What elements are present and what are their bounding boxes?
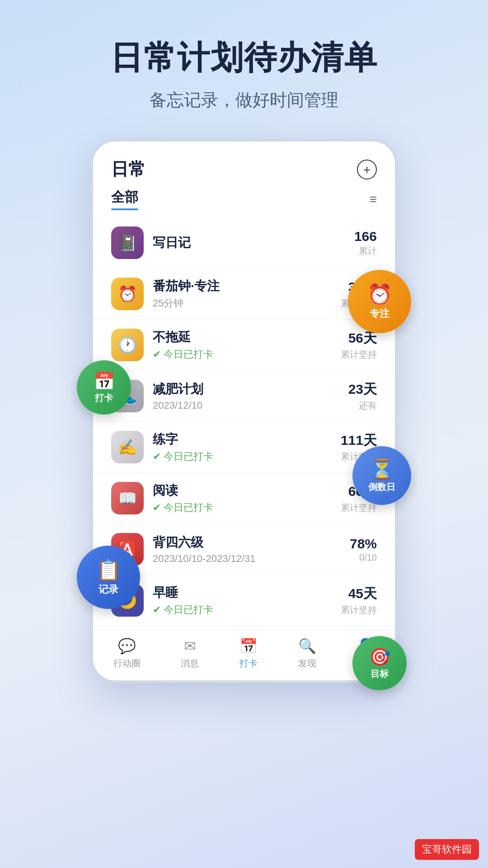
nav-label-0: 行动圈: [113, 657, 141, 670]
task-name-nodelay: 不拖延: [153, 329, 341, 346]
task-name-vocab: 背四六级: [153, 534, 350, 551]
task-name-reading: 阅读: [153, 482, 341, 499]
task-icon-diary: 📓: [111, 226, 144, 259]
task-item-diet[interactable]: 👟 减肥计划 2023/12/10 23天 还有: [93, 371, 395, 422]
task-name-calligraphy: 练字: [153, 431, 341, 448]
task-item-calligraphy[interactable]: ✍️ 练字 今日已打卡 111天 累计坚持: [93, 422, 395, 473]
task-name-tomato: 番茄钟·专注: [153, 278, 341, 295]
task-stat-num-calligraphy: 111天: [341, 431, 377, 450]
task-info-sleep: 早睡 今日已打卡: [153, 584, 341, 617]
task-sub-diet: 2023/12/10: [153, 400, 348, 411]
nav-icon-3: 🔍: [298, 637, 316, 655]
task-icon-tomato: ⏰: [111, 278, 144, 310]
task-stat-diary: 166 累计: [354, 229, 377, 257]
add-button[interactable]: ＋: [357, 160, 377, 179]
task-info-diet: 减肥计划 2023/12/10: [153, 381, 348, 411]
task-stat-num-diet: 23天: [348, 380, 377, 399]
task-sub-sleep: 今日已打卡: [153, 603, 341, 617]
hero-title: 日常计划待办清单: [0, 0, 488, 80]
countdown-icon: ⏳: [370, 458, 394, 480]
phone-wrapper: ⏰ 专注 📅 打卡 ⏳ 倒数日 📋 记录 🎯 目标 日常 ＋ 全部 ≡ 📓: [90, 139, 398, 683]
task-sub-vocab: 2023/10/10-2023/12/31: [153, 553, 350, 565]
nav-label-1: 消息: [181, 657, 199, 670]
task-info-tomato: 番茄钟·专注 25分钟: [153, 278, 341, 310]
nav-item-0[interactable]: 💬 行动圈: [113, 637, 141, 670]
task-stat-label-diet: 还有: [348, 400, 377, 412]
task-info-calligraphy: 练字 今日已打卡: [153, 431, 341, 463]
task-stat-label-reading: 累计坚持: [341, 502, 377, 514]
record-icon: 📋: [96, 558, 121, 582]
task-item-diary[interactable]: 📓 写日记 166 累计: [93, 217, 395, 269]
task-stat-label-vocab: 0/10: [350, 552, 377, 563]
app-header-title: 日常: [111, 158, 145, 181]
checkin-icon: 📅: [94, 371, 115, 391]
task-stat-label-sleep: 累计坚持: [341, 604, 377, 616]
nav-item-2[interactable]: 📅 打卡: [239, 637, 258, 670]
task-info-vocab: 背四六级 2023/10/10-2023/12/31: [153, 534, 350, 565]
task-stat-sleep: 45天 累计坚持: [341, 585, 377, 616]
nav-label-3: 发现: [298, 657, 316, 670]
task-info-reading: 阅读 今日已打卡: [153, 482, 341, 514]
nav-icon-1: ✉: [184, 637, 196, 655]
countdown-label: 倒数日: [368, 481, 395, 493]
task-item-reading[interactable]: 📖 阅读 今日已打卡 66天 累计坚持: [93, 473, 395, 524]
focus-label: 专注: [370, 307, 389, 321]
hero-section: 日常计划待办清单 备忘记录，做好时间管理: [0, 0, 488, 112]
task-stat-num-vocab: 78%: [350, 536, 377, 552]
hero-subtitle: 备忘记录，做好时间管理: [0, 89, 488, 112]
task-icon-calligraphy: ✍️: [111, 431, 144, 463]
task-stat-label-nodelay: 累计坚持: [341, 349, 377, 361]
task-sub-calligraphy: 今日已打卡: [153, 450, 341, 463]
task-stat-vocab: 78% 0/10: [350, 536, 377, 563]
checkin-label: 打卡: [95, 392, 113, 404]
nav-icon-2: 📅: [239, 637, 258, 655]
task-icon-reading: 📖: [111, 482, 144, 514]
task-stat-nodelay: 56天 累计坚持: [341, 329, 377, 361]
task-sub-reading: 今日已打卡: [153, 501, 341, 514]
nav-item-1[interactable]: ✉ 消息: [181, 637, 199, 670]
task-sub-nodelay: 今日已打卡: [153, 348, 341, 361]
phone-frame: 日常 ＋ 全部 ≡ 📓 写日记 166 累计 ⏰ 番茄钟·专注 25分钟: [90, 139, 398, 683]
filter-icon[interactable]: ≡: [370, 192, 377, 207]
task-sub-tomato: 25分钟: [153, 297, 341, 310]
nav-icon-0: 💬: [118, 637, 136, 655]
task-name-diet: 减肥计划: [153, 381, 348, 398]
task-info-diary: 写日记: [153, 234, 354, 251]
focus-icon: ⏰: [367, 283, 392, 306]
task-icon-nodelay: 🕐: [111, 329, 144, 361]
task-stat-num-diary: 166: [354, 229, 377, 244]
watermark: 宝哥软件园: [415, 839, 479, 860]
task-name-diary: 写日记: [153, 234, 354, 251]
record-badge[interactable]: 📋 记录: [77, 546, 140, 609]
tab-all[interactable]: 全部: [111, 188, 138, 210]
task-stat-label-diary: 累计: [354, 245, 377, 257]
app-header: 日常 ＋: [93, 142, 395, 188]
task-stat-num-sleep: 45天: [341, 585, 377, 603]
goal-icon: 🎯: [369, 647, 390, 667]
task-name-sleep: 早睡: [153, 584, 341, 601]
checkin-badge[interactable]: 📅 打卡: [77, 360, 131, 415]
countdown-badge[interactable]: ⏳ 倒数日: [352, 446, 411, 505]
nav-label-2: 打卡: [239, 657, 258, 670]
tab-row: 全部 ≡: [93, 188, 395, 210]
focus-badge[interactable]: ⏰ 专注: [348, 270, 411, 333]
task-stat-diet: 23天 还有: [348, 380, 377, 412]
bottom-nav: 💬 行动圈 ✉ 消息 📅 打卡 🔍 发现 👤 我的: [93, 630, 395, 680]
nav-item-3[interactable]: 🔍 发现: [298, 637, 316, 670]
goal-label: 目标: [371, 668, 389, 680]
task-item-nodelay[interactable]: 🕐 不拖延 今日已打卡 56天 累计坚持: [93, 320, 395, 371]
record-label: 记录: [99, 583, 118, 596]
goal-badge[interactable]: 🎯 目标: [352, 636, 407, 690]
task-info-nodelay: 不拖延 今日已打卡: [153, 329, 341, 361]
